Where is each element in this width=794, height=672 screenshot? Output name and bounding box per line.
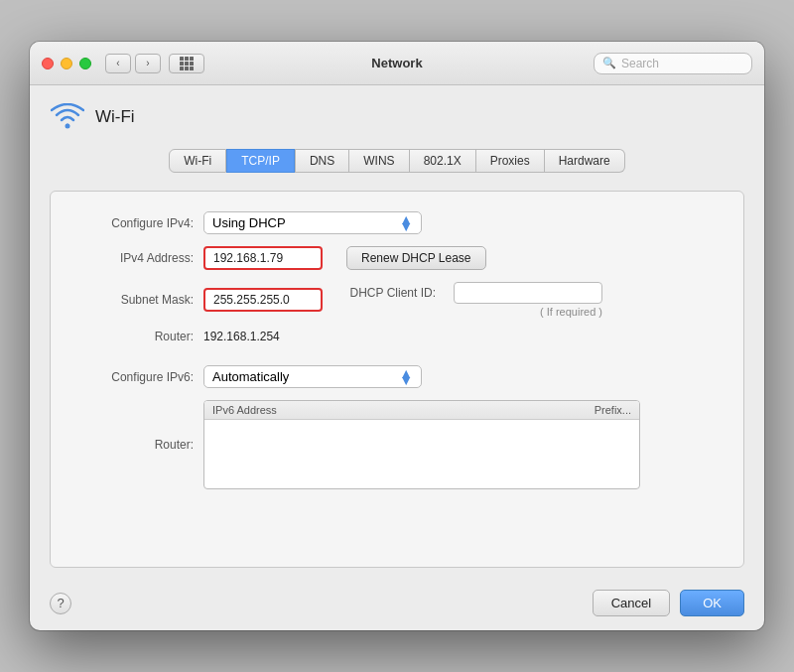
configure-ipv6-select[interactable]: Automatically ▲ ▼ (203, 365, 422, 388)
ipv6-table: IPv6 Address Prefix... (203, 400, 640, 489)
wifi-header: Wi-Fi (50, 99, 744, 135)
search-icon: 🔍 (602, 57, 616, 69)
configure-ipv6-label: Configure IPv6: (74, 370, 203, 384)
subnet-mask-row: Subnet Mask: 255.255.255.0 DHCP Client I… (74, 282, 720, 318)
window-title: Network (371, 56, 422, 70)
dhcp-client-id-input[interactable] (454, 282, 602, 304)
ipv4-address-field[interactable]: 192.168.1.79 (203, 246, 323, 270)
router-value: 192.168.1.254 (203, 330, 280, 343)
router-top-row: Router: 192.168.1.254 (74, 330, 720, 343)
content: Wi-Fi Wi-Fi TCP/IP DNS WINS 802.1X Proxi… (30, 85, 764, 578)
tab-hardware[interactable]: Hardware (545, 149, 625, 173)
wifi-icon (50, 99, 85, 135)
nav-buttons: ‹ › (105, 54, 204, 73)
cancel-button[interactable]: Cancel (593, 590, 670, 616)
tab-8021x[interactable]: 802.1X (410, 149, 476, 173)
configure-ipv6-value: Automatically (212, 369, 289, 384)
tab-tcpip[interactable]: TCP/IP (226, 149, 295, 173)
window: ‹ › Network 🔍 Search (30, 42, 764, 630)
configure-ipv4-label: Configure IPv4: (74, 216, 203, 230)
subnet-mask-field[interactable]: 255.255.255.0 (203, 288, 323, 312)
traffic-lights (42, 58, 91, 69)
close-button[interactable] (42, 58, 54, 69)
configure-ipv4-select[interactable]: Using DHCP ▲ ▼ (203, 211, 422, 234)
grid-icon (180, 57, 194, 70)
select-arrow-icon: ▲ ▼ (399, 216, 413, 230)
tab-dns[interactable]: DNS (295, 149, 349, 173)
minimize-button[interactable] (61, 58, 72, 69)
tab-wins[interactable]: WINS (349, 149, 409, 173)
router-bottom-label: Router: (74, 438, 203, 452)
bottom-buttons: Cancel OK (593, 590, 744, 616)
configure-ipv4-row: Configure IPv4: Using DHCP ▲ ▼ (74, 211, 720, 234)
renew-dhcp-button[interactable]: Renew DHCP Lease (346, 246, 486, 270)
select-arrow-ipv6-icon: ▲ ▼ (399, 370, 413, 384)
tab-proxies[interactable]: Proxies (476, 149, 545, 173)
subnet-mask-label: Subnet Mask: (74, 293, 203, 307)
grid-button[interactable] (169, 54, 204, 73)
tab-wifi[interactable]: Wi-Fi (169, 149, 226, 173)
titlebar: ‹ › Network 🔍 Search (30, 42, 764, 85)
bottom-bar: ? Cancel OK (30, 578, 764, 630)
ipv6-address-col-header: IPv6 Address (212, 404, 277, 416)
prefix-col-header: Prefix... (595, 404, 631, 416)
forward-button[interactable]: › (135, 54, 161, 73)
tabs-row: Wi-Fi TCP/IP DNS WINS 802.1X Proxies Har… (50, 149, 744, 173)
svg-point-0 (66, 124, 70, 129)
configure-ipv6-row: Configure IPv6: Automatically ▲ ▼ (74, 365, 720, 388)
dhcp-hint: ( If required ) (346, 306, 602, 318)
wifi-label: Wi-Fi (95, 107, 135, 127)
ok-button[interactable]: OK (680, 590, 744, 616)
search-box[interactable]: 🔍 Search (594, 53, 752, 74)
panel: Configure IPv4: Using DHCP ▲ ▼ IPv4 Addr… (50, 191, 744, 568)
dhcp-client-row: DHCP Client ID: (346, 282, 602, 304)
dhcp-client-id-label: DHCP Client ID: (346, 286, 446, 300)
search-placeholder: Search (621, 57, 659, 70)
configure-ipv4-value: Using DHCP (212, 215, 286, 230)
ipv4-address-label: IPv4 Address: (74, 251, 203, 265)
back-button[interactable]: ‹ (105, 54, 131, 73)
ipv6-table-header: IPv6 Address Prefix... (204, 401, 639, 420)
help-button[interactable]: ? (50, 593, 71, 614)
maximize-button[interactable] (79, 58, 91, 69)
router-top-label: Router: (74, 330, 203, 343)
ipv4-address-row: IPv4 Address: 192.168.1.79 Renew DHCP Le… (74, 246, 720, 270)
router-bottom-row: Router: IPv6 Address Prefix... (74, 400, 720, 489)
